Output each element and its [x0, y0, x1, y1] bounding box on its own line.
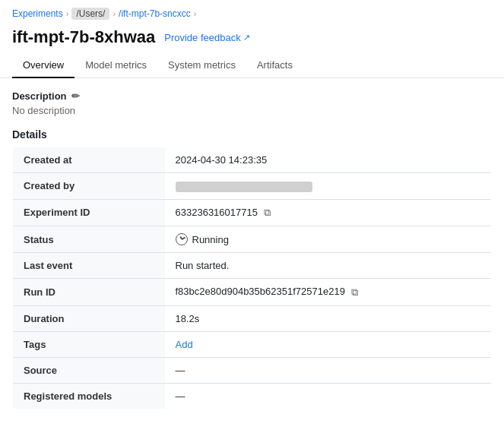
page-title: ift-mpt-7b-8xhwaa [12, 27, 155, 47]
row-key-tags: Tags [13, 331, 165, 357]
breadcrumb-sep-1: › [66, 9, 69, 18]
row-key-experiment-id: Experiment ID [13, 199, 165, 226]
row-val-source: — [165, 357, 492, 383]
row-key-last-event: Last event [13, 253, 165, 279]
row-key-source: Source [13, 357, 165, 383]
row-val-duration: 18.2s [165, 305, 492, 331]
table-row: Registered models — [13, 383, 492, 409]
row-val-experiment-id: 633236316017715 ⧉ [165, 199, 492, 226]
row-val-status: Running [165, 226, 492, 253]
breadcrumb-sep-3: › [194, 9, 197, 18]
add-tag-link[interactable]: Add [176, 339, 193, 350]
breadcrumb: Experiments › /Users/ › /ift-mpt-7b-sncx… [0, 0, 504, 24]
table-row: Run ID f83bc2e80d904b35b62351f72571e219 … [13, 279, 492, 306]
feedback-label: Provide feedback [164, 32, 240, 43]
description-section-title: Description ✏ [12, 90, 492, 102]
row-key-status: Status [13, 226, 165, 253]
table-row: Source — [13, 357, 492, 383]
run-id-value: f83bc2e80d904b35b62351f72571e219 [176, 286, 345, 297]
status-label: Running [192, 234, 229, 245]
details-table: Created at 2024-04-30 14:23:35 Created b… [12, 147, 492, 409]
row-val-created-at: 2024-04-30 14:23:35 [165, 147, 492, 173]
tab-model-metrics[interactable]: Model metrics [74, 53, 157, 78]
breadcrumb-sep-2: › [113, 9, 116, 18]
clock-icon [176, 233, 188, 245]
main-content: Description ✏ No description Details Cre… [0, 78, 504, 422]
tab-overview[interactable]: Overview [12, 53, 74, 78]
breadcrumb-users: /Users/ [71, 8, 109, 20]
breadcrumb-run[interactable]: /ift-mpt-7b-sncxcc [119, 8, 191, 19]
table-row: Last event Run started. [13, 253, 492, 279]
status-running: Running [176, 233, 481, 245]
external-link-icon: ↗ [243, 33, 250, 43]
row-val-tags: Add [165, 331, 492, 357]
description-label: Description [12, 90, 67, 102]
table-row: Tags Add [13, 331, 492, 357]
row-key-duration: Duration [13, 305, 165, 331]
row-val-last-event: Run started. [165, 253, 492, 279]
edit-description-icon[interactable]: ✏ [71, 90, 80, 102]
table-row: Status Running [13, 226, 492, 253]
row-key-run-id: Run ID [13, 279, 165, 306]
table-row: Created by [13, 173, 492, 200]
copy-experiment-id-icon[interactable]: ⧉ [264, 207, 271, 219]
row-key-registered-models: Registered models [13, 383, 165, 409]
tab-artifacts[interactable]: Artifacts [246, 53, 303, 78]
details-section-title: Details [12, 128, 492, 141]
row-val-run-id: f83bc2e80d904b35b62351f72571e219 ⧉ [165, 279, 492, 306]
tab-system-metrics[interactable]: System metrics [157, 53, 246, 78]
page-header: ift-mpt-7b-8xhwaa Provide feedback ↗ [0, 24, 504, 53]
table-row: Created at 2024-04-30 14:23:35 [13, 147, 492, 173]
experiment-id-value: 633236316017715 [176, 207, 258, 218]
row-key-created-at: Created at [13, 147, 165, 173]
row-key-created-by: Created by [13, 173, 165, 200]
copy-run-id-icon[interactable]: ⧉ [351, 286, 358, 299]
table-row: Experiment ID 633236316017715 ⧉ [13, 199, 492, 226]
tab-bar: Overview Model metrics System metrics Ar… [0, 53, 504, 78]
table-row: Duration 18.2s [13, 305, 492, 331]
row-val-created-by [165, 173, 492, 200]
breadcrumb-experiments[interactable]: Experiments [12, 8, 63, 19]
description-value: No description [12, 105, 492, 116]
row-val-registered-models: — [165, 383, 492, 409]
feedback-link[interactable]: Provide feedback ↗ [164, 32, 249, 43]
blurred-creator [176, 182, 312, 192]
